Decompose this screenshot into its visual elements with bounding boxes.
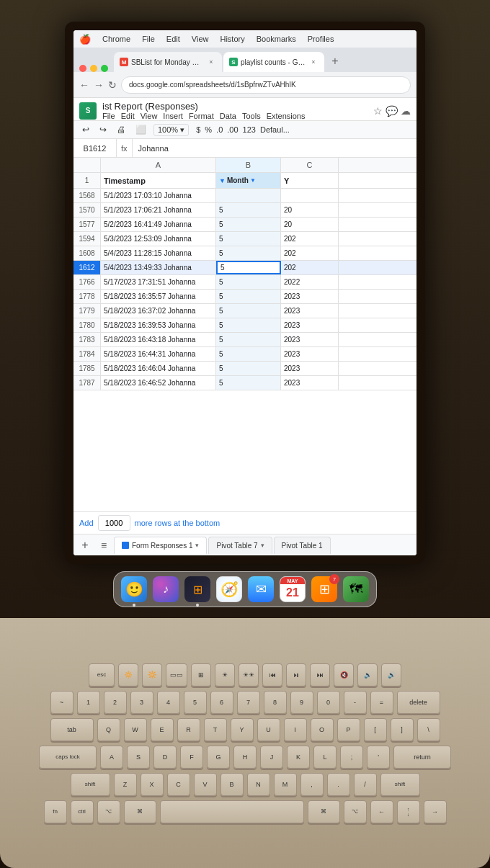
forward-button[interactable]: → xyxy=(94,79,104,91)
h-key[interactable]: H xyxy=(233,746,257,769)
6-key[interactable]: 6 xyxy=(210,691,233,714)
star-icon[interactable]: ☆ xyxy=(373,105,383,117)
keyboard-light-up[interactable]: ☀☀ xyxy=(239,663,259,686)
cell-1779-a[interactable]: 5/18/2023 16:37:02 Johanna xyxy=(101,304,216,318)
keyboard-light-down[interactable]: ☀ xyxy=(215,663,235,686)
sheet-menu-button[interactable]: ≡ xyxy=(95,537,112,554)
lshift-key[interactable]: shift xyxy=(71,773,110,796)
comma-key[interactable]: , xyxy=(300,773,324,796)
close-button[interactable] xyxy=(79,65,86,72)
b-key[interactable]: B xyxy=(220,773,244,796)
dock-maps-icon[interactable]: 🗺 xyxy=(343,576,369,602)
cell-1779-b[interactable]: 5 xyxy=(216,304,281,318)
rshift-key[interactable]: shift xyxy=(380,773,420,796)
chrome-menu-edit[interactable]: Edit xyxy=(166,35,180,43)
tab-playlist[interactable]: S playlist counts - Goo × xyxy=(223,52,324,72)
o-key[interactable]: O xyxy=(311,718,334,741)
cell-1577-b[interactable]: 5 xyxy=(216,218,281,231)
cell-1784-a[interactable]: 5/18/2023 16:44:31 Johanna xyxy=(101,347,216,361)
volume-up-key[interactable]: 🔊 xyxy=(381,663,401,686)
mute-key[interactable]: 🔇 xyxy=(334,663,354,686)
col-header-c[interactable]: C xyxy=(281,158,339,172)
option-key[interactable]: ⌥ xyxy=(97,800,120,823)
tab-key[interactable]: tab xyxy=(50,718,94,741)
backslash-key[interactable]: \ xyxy=(417,718,440,741)
rbracket-key[interactable]: ] xyxy=(391,718,414,741)
cell-1608-b[interactable]: 5 xyxy=(216,246,281,260)
cell-1778-c[interactable]: 2023 xyxy=(281,290,339,303)
backtick-key[interactable]: ~ xyxy=(50,691,74,714)
minus-key[interactable]: - xyxy=(344,691,367,714)
cell-1570-a[interactable]: 5/1/2023 17:06:21 Johanna xyxy=(101,203,216,217)
4-key[interactable]: 4 xyxy=(157,691,180,714)
new-tab-button[interactable]: + xyxy=(326,52,344,71)
reload-button[interactable]: ↻ xyxy=(108,79,117,91)
z-key[interactable]: Z xyxy=(114,773,137,796)
8-key[interactable]: 8 xyxy=(264,691,287,714)
dock-calendar-icon[interactable]: MAY 21 xyxy=(280,576,306,602)
sheets-menu-extensions[interactable]: Extensions xyxy=(267,112,306,120)
cell-1608-c[interactable]: 202 xyxy=(281,246,339,260)
brightness-up-key[interactable]: 🔆 xyxy=(142,663,162,686)
dock-finder-icon[interactable]: 🙂 xyxy=(121,576,147,602)
return-key[interactable]: return xyxy=(393,746,451,769)
cell-1780-a[interactable]: 5/18/2023 16:39:53 Johanna xyxy=(101,318,216,332)
x-key[interactable]: X xyxy=(141,773,164,796)
sheets-menu-edit[interactable]: Edit xyxy=(121,112,135,120)
cell-1784-c[interactable]: 2023 xyxy=(281,347,339,361)
cell-1785-b[interactable]: 5 xyxy=(216,362,281,375)
arrow-right-key[interactable]: → xyxy=(424,800,447,823)
rewind-key[interactable]: ⏮ xyxy=(262,663,282,686)
dock-safari-icon[interactable]: 🧭 xyxy=(216,576,242,602)
chrome-menu-bookmarks[interactable]: Bookmarks xyxy=(257,35,296,43)
r-key[interactable]: R xyxy=(177,718,200,741)
cell-1570-b[interactable]: 5 xyxy=(216,203,281,217)
sheets-menu-format[interactable]: Format xyxy=(189,112,214,120)
f-key[interactable]: F xyxy=(180,746,203,769)
cmd-left-key[interactable]: ⌘ xyxy=(124,800,156,823)
capslock-key[interactable]: caps lock xyxy=(39,746,97,769)
add-rows-button[interactable]: Add xyxy=(79,519,94,527)
9-key[interactable]: 9 xyxy=(290,691,313,714)
cell-1778-a[interactable]: 5/18/2023 16:35:57 Johanna xyxy=(101,290,216,303)
cell-1780-c[interactable]: 2023 xyxy=(281,318,339,332)
cell-1608-a[interactable]: 5/4/2023 11:28:15 Johanna xyxy=(101,246,216,260)
cell-1568-a[interactable]: 5/1/2023 17:03:10 Johanna xyxy=(101,189,216,202)
arrow-up-down-key[interactable]: ↑↓ xyxy=(397,800,420,823)
3-key[interactable]: 3 xyxy=(130,691,153,714)
print-button[interactable]: 🖨 xyxy=(114,123,128,136)
chrome-menu-view[interactable]: View xyxy=(192,35,209,43)
sheets-menu-data[interactable]: Data xyxy=(220,112,236,120)
dock-siri-icon[interactable]: ♪ xyxy=(153,576,179,602)
d-key[interactable]: D xyxy=(153,746,177,769)
option-right-key[interactable]: ⌥ xyxy=(344,800,367,823)
m-key[interactable]: M xyxy=(274,773,297,796)
n-key[interactable]: N xyxy=(247,773,270,796)
col-header-a[interactable]: A xyxy=(101,158,216,172)
2-key[interactable]: 2 xyxy=(104,691,127,714)
cmd-right-key[interactable]: ⌘ xyxy=(308,800,340,823)
quote-key[interactable]: ' xyxy=(367,746,390,769)
j-key[interactable]: J xyxy=(260,746,283,769)
lbracket-key[interactable]: [ xyxy=(364,718,387,741)
ctrl-key[interactable]: ctrl xyxy=(71,800,94,823)
cell-1766-a[interactable]: 5/17/2023 17:31:51 Johanna xyxy=(101,275,216,289)
c-key[interactable]: C xyxy=(167,773,190,796)
cell-1787-c[interactable]: 2023 xyxy=(281,376,339,390)
decimal2-btn[interactable]: .00 xyxy=(227,125,238,134)
comments-icon[interactable]: 💬 xyxy=(386,105,398,117)
y-key[interactable]: Y xyxy=(231,718,254,741)
esc-key[interactable]: esc xyxy=(89,663,115,686)
minimize-button[interactable] xyxy=(90,65,97,72)
period-key[interactable]: . xyxy=(327,773,350,796)
launchpad-key[interactable]: ⊞ xyxy=(191,663,211,686)
fn-key[interactable]: fn xyxy=(44,800,67,823)
rows-count-input[interactable] xyxy=(98,515,130,531)
cell-1577-a[interactable]: 5/2/2023 16:41:49 Johanna xyxy=(101,218,216,231)
col-header-b[interactable]: B xyxy=(216,158,281,172)
cell-1568-c[interactable] xyxy=(281,189,339,202)
5-key[interactable]: 5 xyxy=(184,691,207,714)
brightness-down-key[interactable]: 🔅 xyxy=(118,663,138,686)
cell-1787-b[interactable]: 5 xyxy=(216,376,281,390)
cell-1779-c[interactable]: 2023 xyxy=(281,304,339,318)
